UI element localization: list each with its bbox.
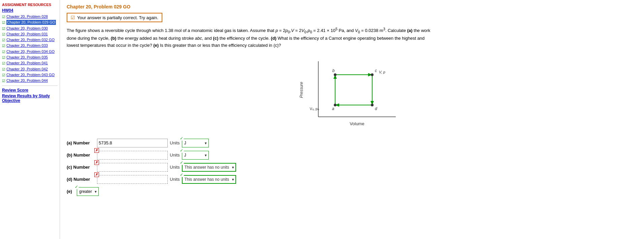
sidebar-link-text[interactable]: Chapter 20, Problem 028 xyxy=(6,14,48,19)
svg-text:a: a xyxy=(332,106,334,111)
sidebar-title: ASSIGNMENT RESOURCES xyxy=(2,3,58,7)
x-badge-b: ✗ xyxy=(94,148,99,153)
svg-point-14 xyxy=(371,73,374,76)
svg-text:Volume: Volume xyxy=(350,121,364,126)
svg-text:V, p: V, p xyxy=(379,70,385,74)
checkbox-icon: ☑ xyxy=(2,38,5,42)
units-select-b[interactable]: J xyxy=(182,151,209,160)
review-results-link[interactable]: Review Results by Study Objective xyxy=(2,94,58,103)
sidebar-link-text[interactable]: Chapter 20, Problem 044 xyxy=(6,78,48,83)
sidebar-item-ch20-028[interactable]: ☑Chapter 20, Problem 028 xyxy=(2,14,58,19)
answer-label-e: (e) xyxy=(67,189,77,194)
sidebar-item-ch20-035[interactable]: ☑Chapter 20, Problem 035 xyxy=(2,55,58,60)
checkbox-icon: ☑ xyxy=(2,55,5,60)
greater-select[interactable]: greater less xyxy=(77,187,99,196)
sidebar-item-ch20-031[interactable]: ☑Chapter 20, Problem 031 xyxy=(2,32,58,37)
answer-label-d: (d) Number xyxy=(67,177,97,182)
answer-label-b: (b) Number xyxy=(67,152,97,158)
sidebar-links: ☑Chapter 20, Problem 028☑Chapter 20, Pro… xyxy=(2,14,58,83)
problem-statement: The figure shows a reversible cycle thro… xyxy=(67,26,437,49)
sidebar-item-ch20-042[interactable]: ☑Chapter 20, Problem 042 xyxy=(2,67,58,72)
units-select-a[interactable]: J xyxy=(182,139,209,147)
units-label-b: Units xyxy=(170,152,180,158)
sidebar-link-text[interactable]: Chapter 20, Problem 034 GO xyxy=(6,49,55,54)
checkbox-icon: ☑ xyxy=(2,26,5,31)
partial-check-icon: ☑ xyxy=(71,15,75,20)
answer-row-a: (a) Number Units ✓ J ▼ xyxy=(67,139,637,147)
units-label-d: Units xyxy=(170,177,180,182)
answer-input-b[interactable] xyxy=(97,151,168,160)
svg-text:d: d xyxy=(375,106,377,111)
checkbox-icon: ☑ xyxy=(2,78,5,83)
units-select-wrap-a: ✓ J ▼ xyxy=(182,139,209,147)
sidebar-item-ch20-034go[interactable]: ☑Chapter 20, Problem 034 GO xyxy=(2,49,58,54)
greater-select-wrap: ✓ greater less ▼ xyxy=(77,187,99,196)
partial-correct-notice: ☑ Your answer is partially correct. Try … xyxy=(67,13,162,22)
sidebar-link-text[interactable]: Chapter 20, Problem 042 xyxy=(6,67,48,71)
checkbox-icon: ☑ xyxy=(2,49,5,54)
units-check-d: ✓ xyxy=(179,172,184,177)
answer-row-e: (e) ✓ greater less ▼ xyxy=(67,187,637,196)
units-select-d[interactable]: This answer has no units xyxy=(182,175,236,184)
x-badge-c: ✗ xyxy=(94,160,99,165)
hw-label[interactable]: HW04 xyxy=(2,8,58,13)
sidebar-link-text[interactable]: Chapter 20, Problem 030 xyxy=(6,26,48,31)
sidebar-item-ch20-032go[interactable]: ☑Chapter 20, Problem 032 GO xyxy=(2,37,58,42)
units-select-c[interactable]: This answer has no units xyxy=(182,163,236,172)
units-label-c: Units xyxy=(170,165,180,170)
svg-text:Pressure: Pressure xyxy=(299,82,304,98)
units-select-wrap-c: ✓ This answer has no units ▼ xyxy=(182,163,236,172)
answer-row-d: (d) Number ✗ Units ✓ This answer has no … xyxy=(67,175,637,184)
answer-input-wrap-b: ✗ xyxy=(97,151,168,160)
answer-input-wrap-d: ✗ xyxy=(97,175,168,184)
units-select-wrap-d: ✓ This answer has no units ▼ xyxy=(182,175,236,184)
sidebar-item-ch20-041[interactable]: ☑Chapter 20, Problem 041 xyxy=(2,61,58,66)
sidebar-link-text[interactable]: Chapter 20, Problem 032 GO xyxy=(6,37,55,42)
problem-title: Chapter 20, Problem 029 GO xyxy=(67,4,637,9)
partial-correct-text: Your answer is partially correct. Try ag… xyxy=(77,15,158,20)
main-content: Chapter 20, Problem 029 GO ☑ Your answer… xyxy=(60,0,644,239)
svg-point-15 xyxy=(371,104,374,106)
sidebar-link-text[interactable]: Chapter 20, Problem 043 GO xyxy=(6,72,55,77)
check-green-e: ✓ xyxy=(74,184,79,189)
pv-diagram: Pressure Volume b c a d xyxy=(298,55,406,132)
svg-text:b: b xyxy=(332,68,335,73)
sidebar-link-text[interactable]: Chapter 20, Problem 031 xyxy=(6,32,48,36)
answer-label-a: (a) Number xyxy=(67,140,97,145)
answer-input-d[interactable] xyxy=(97,175,168,184)
checkbox-icon: ☑ xyxy=(2,32,5,37)
sidebar-item-ch20-033[interactable]: ☑Chapter 20, Problem 033 xyxy=(2,43,58,48)
sidebar-item-ch20-043go[interactable]: ☑Chapter 20, Problem 043 GO xyxy=(2,72,58,77)
sidebar: ASSIGNMENT RESOURCES HW04 ☑Chapter 20, P… xyxy=(0,0,60,239)
units-check-c: ✓ xyxy=(179,160,184,165)
answer-row-b: (b) Number ✗ Units ✓ J ▼ xyxy=(67,151,637,160)
sidebar-item-ch20-030[interactable]: ☑Chapter 20, Problem 030 xyxy=(2,26,58,31)
units-check-a: ✓ xyxy=(179,136,184,141)
units-label-a: Units xyxy=(170,140,180,145)
checkbox-icon: ☑ xyxy=(2,67,5,72)
sidebar-item-ch20-029go[interactable]: ☑Chapter 20, Problem 029 GO xyxy=(2,20,58,25)
diagram-container: Pressure Volume b c a d xyxy=(67,55,637,132)
svg-point-13 xyxy=(334,73,336,76)
review-score-link[interactable]: Review Score xyxy=(2,88,58,93)
sidebar-link-text[interactable]: Chapter 20, Problem 029 GO xyxy=(6,20,56,25)
checkbox-icon: ☑ xyxy=(2,20,5,25)
checkbox-icon: ☑ xyxy=(2,43,5,48)
units-select-wrap-b: ✓ J ▼ xyxy=(182,151,209,160)
checkbox-icon: ☑ xyxy=(2,73,5,77)
units-check-b: ✓ xyxy=(179,148,184,153)
answer-input-a[interactable] xyxy=(97,139,168,147)
sidebar-link-text[interactable]: Chapter 20, Problem 041 xyxy=(6,61,48,65)
svg-text:V₀, p₀: V₀, p₀ xyxy=(310,107,319,111)
x-badge-d: ✗ xyxy=(94,172,99,177)
sidebar-link-text[interactable]: Chapter 20, Problem 033 xyxy=(6,43,48,48)
answer-row-c: (c) Number ✗ Units ✓ This answer has no … xyxy=(67,163,637,172)
answers-section: (a) Number Units ✓ J ▼ (b) Number ✗ Unit… xyxy=(67,139,637,196)
checkbox-icon: ☑ xyxy=(2,14,5,19)
answer-input-wrap-a xyxy=(97,139,168,147)
checkbox-icon: ☑ xyxy=(2,61,5,66)
sidebar-link-text[interactable]: Chapter 20, Problem 035 xyxy=(6,55,48,60)
svg-point-12 xyxy=(334,104,336,106)
sidebar-item-ch20-044[interactable]: ☑Chapter 20, Problem 044 xyxy=(2,78,58,83)
answer-input-c[interactable] xyxy=(97,163,168,172)
